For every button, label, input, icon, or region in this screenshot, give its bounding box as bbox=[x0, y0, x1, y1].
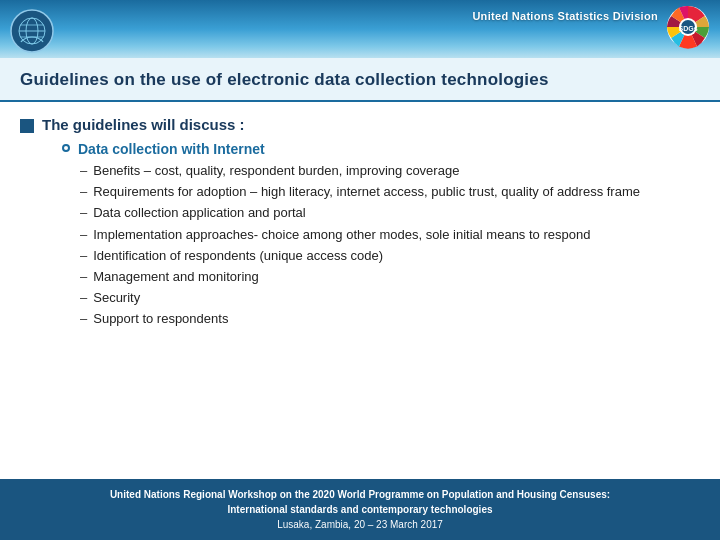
footer: United Nations Regional Workshop on the … bbox=[0, 479, 720, 540]
sdg-wheel: SDGs bbox=[666, 5, 710, 49]
dash-icon: – bbox=[80, 268, 87, 286]
svg-text:SDGs: SDGs bbox=[678, 25, 697, 32]
dash-icon: – bbox=[80, 183, 87, 201]
sub-list: Data collection with Internet – Benefits… bbox=[62, 141, 700, 329]
main-content: The guidelines will discuss : Data colle… bbox=[0, 102, 720, 342]
item-text: Implementation approaches- choice among … bbox=[93, 226, 590, 244]
list-item: – Benefits – cost, quality, respondent b… bbox=[80, 162, 700, 180]
un-logo bbox=[10, 9, 54, 53]
list-item: – Data collection application and portal bbox=[80, 204, 700, 222]
dash-icon: – bbox=[80, 247, 87, 265]
dash-icon: – bbox=[80, 226, 87, 244]
page-title: Guidelines on the use of electronic data… bbox=[20, 70, 700, 90]
subsection-title: Data collection with Internet bbox=[78, 141, 265, 157]
footer-line3: Lusaka, Zambia, 20 – 23 March 2017 bbox=[277, 519, 443, 530]
footer-line1: United Nations Regional Workshop on the … bbox=[110, 489, 610, 500]
footer-text: United Nations Regional Workshop on the … bbox=[20, 487, 700, 532]
item-text: Data collection application and portal bbox=[93, 204, 305, 222]
org-name: United Nations Statistics Division bbox=[472, 10, 658, 22]
dash-icon: – bbox=[80, 162, 87, 180]
item-text: Support to respondents bbox=[93, 310, 228, 328]
item-text: Management and monitoring bbox=[93, 268, 259, 286]
list-item: – Requirements for adoption – high liter… bbox=[80, 183, 700, 201]
detail-list: – Benefits – cost, quality, respondent b… bbox=[80, 162, 700, 329]
list-item: – Support to respondents bbox=[80, 310, 700, 328]
item-text: Security bbox=[93, 289, 140, 307]
list-item: – Security bbox=[80, 289, 700, 307]
dash-icon: – bbox=[80, 289, 87, 307]
list-item: – Implementation approaches- choice amon… bbox=[80, 226, 700, 244]
title-section: Guidelines on the use of electronic data… bbox=[0, 58, 720, 102]
footer-line2: International standards and contemporary… bbox=[227, 504, 492, 515]
list-item: – Identification of respondents (unique … bbox=[80, 247, 700, 265]
dash-icon: – bbox=[80, 204, 87, 222]
circle-bullet-icon bbox=[62, 144, 70, 152]
dash-icon: – bbox=[80, 310, 87, 328]
item-text: Benefits – cost, quality, respondent bur… bbox=[93, 162, 459, 180]
item-text: Identification of respondents (unique ac… bbox=[93, 247, 383, 265]
item-text: Requirements for adoption – high literac… bbox=[93, 183, 640, 201]
guideline-header: The guidelines will discuss : bbox=[20, 116, 700, 133]
subsection-title-row: Data collection with Internet bbox=[62, 141, 700, 157]
section-label: The guidelines will discuss : bbox=[42, 116, 245, 133]
header-bar: SDGs United Nations Statistics Division bbox=[0, 0, 720, 58]
bullet-square-icon bbox=[20, 119, 34, 133]
list-item: – Management and monitoring bbox=[80, 268, 700, 286]
